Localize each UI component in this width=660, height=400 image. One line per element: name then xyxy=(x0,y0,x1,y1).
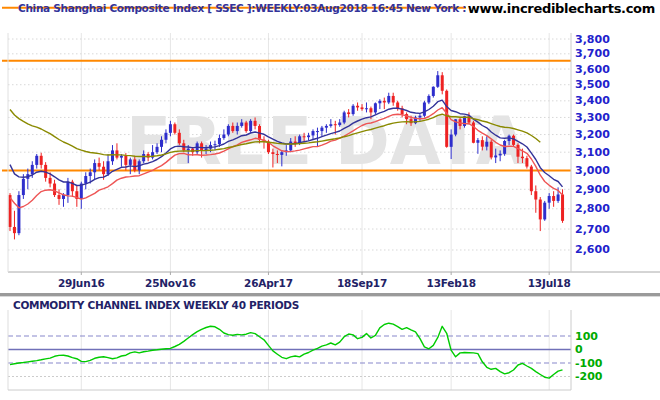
candle-down xyxy=(58,195,61,199)
candle-up xyxy=(236,126,239,131)
price-axis-label: 3,000 xyxy=(575,164,610,177)
date-axis-label: 13Feb18 xyxy=(423,277,479,289)
candle-up xyxy=(240,123,243,126)
candle-down xyxy=(361,107,364,109)
site-watermark: www.incrediblecharts.com xyxy=(466,0,657,18)
candle-up xyxy=(427,96,430,103)
price-axis-label: 2,600 xyxy=(575,243,610,256)
candle-up xyxy=(436,75,439,87)
candle-down xyxy=(512,136,515,145)
candle-down xyxy=(53,184,56,196)
candle-up xyxy=(352,106,355,114)
candle-down xyxy=(356,106,359,108)
candle-up xyxy=(476,140,479,143)
price-axis-label: 2,700 xyxy=(575,223,610,236)
price-axis-label: 3,100 xyxy=(575,146,610,159)
candle-down xyxy=(245,123,248,132)
candle-down xyxy=(521,157,524,158)
candle-down xyxy=(490,142,493,158)
candle-up xyxy=(280,152,283,155)
candle-down xyxy=(231,126,234,131)
candle-up xyxy=(494,155,497,157)
cci-line xyxy=(10,323,563,378)
candle-up xyxy=(142,154,145,161)
candle-up xyxy=(66,182,69,195)
candle-down xyxy=(124,156,127,165)
candle-down xyxy=(102,167,105,174)
price-axis-label: 3,700 xyxy=(575,47,610,60)
candle-up xyxy=(93,163,96,172)
candle-up xyxy=(164,133,167,140)
candle-up xyxy=(17,195,20,233)
candle-up xyxy=(378,101,381,103)
candle-up xyxy=(31,165,34,174)
candle-up xyxy=(249,121,252,131)
candle-down xyxy=(534,191,537,199)
candle-up xyxy=(374,103,377,112)
candle-down xyxy=(115,150,118,157)
price-axis-label: 2,900 xyxy=(575,183,610,196)
candle-up xyxy=(169,124,172,133)
candle-down xyxy=(178,133,181,143)
candle-up xyxy=(84,176,87,184)
candle-up xyxy=(343,112,346,122)
price-axis-label: 3,600 xyxy=(575,63,610,76)
candle-up xyxy=(316,131,319,132)
date-axis-label: 13Jul18 xyxy=(521,277,577,289)
date-axis-label: 25Nov16 xyxy=(142,277,198,289)
candle-down xyxy=(392,96,395,103)
candle-up xyxy=(543,203,546,220)
candle-down xyxy=(49,178,52,184)
chart-window: FREE DATA China Shanghai Composite Index… xyxy=(0,0,660,400)
candle-down xyxy=(276,154,279,155)
cci-axis-label: 100 xyxy=(575,330,598,343)
candle-up xyxy=(499,154,502,156)
chart-canvas[interactable]: FREE DATA xyxy=(0,0,660,400)
date-axis-label: 18Sep17 xyxy=(334,277,390,289)
candle-up xyxy=(503,141,506,154)
candle-up xyxy=(289,142,292,151)
price-axis-label: 3,400 xyxy=(575,94,610,107)
candle-up xyxy=(160,140,163,147)
cci-axis-label: -100 xyxy=(575,357,603,370)
candle-down xyxy=(396,102,399,108)
candle-up xyxy=(320,128,323,131)
candle-up xyxy=(329,124,332,126)
candle-up xyxy=(22,179,25,195)
candle-down xyxy=(40,156,43,165)
candle-down xyxy=(516,145,519,157)
cci-axis-label: 0 xyxy=(575,343,583,356)
candle-down xyxy=(98,163,101,167)
candle-down xyxy=(539,200,542,220)
candle-down xyxy=(303,136,306,137)
candle-up xyxy=(365,108,368,109)
candle-up xyxy=(548,196,551,203)
candle-up xyxy=(218,138,221,144)
candle-down xyxy=(561,194,564,220)
panel-divider[interactable] xyxy=(0,293,660,297)
candle-down xyxy=(334,124,337,125)
candle-down xyxy=(173,124,176,133)
candle-down xyxy=(552,196,555,201)
candle-up xyxy=(35,156,38,165)
price-axis-label: 3,800 xyxy=(575,33,610,46)
candle-up xyxy=(338,123,341,126)
candle-down xyxy=(133,159,136,170)
candle-up xyxy=(111,150,114,161)
date-axis-label: 26Apr17 xyxy=(240,277,296,289)
candle-down xyxy=(383,101,386,103)
candle-down xyxy=(481,140,484,147)
price-axis-label: 3,200 xyxy=(575,128,610,141)
candle-up xyxy=(307,135,310,137)
candle-up xyxy=(325,126,328,128)
candle-down xyxy=(254,121,257,126)
candle-up xyxy=(129,159,132,164)
candle-up xyxy=(222,135,225,138)
price-axis-label: 2,800 xyxy=(575,202,610,215)
candle-up xyxy=(432,87,435,96)
candle-down xyxy=(347,112,350,114)
candle-up xyxy=(213,144,216,145)
candle-up xyxy=(89,172,92,176)
candle-up xyxy=(423,102,426,115)
candle-up xyxy=(227,126,230,135)
